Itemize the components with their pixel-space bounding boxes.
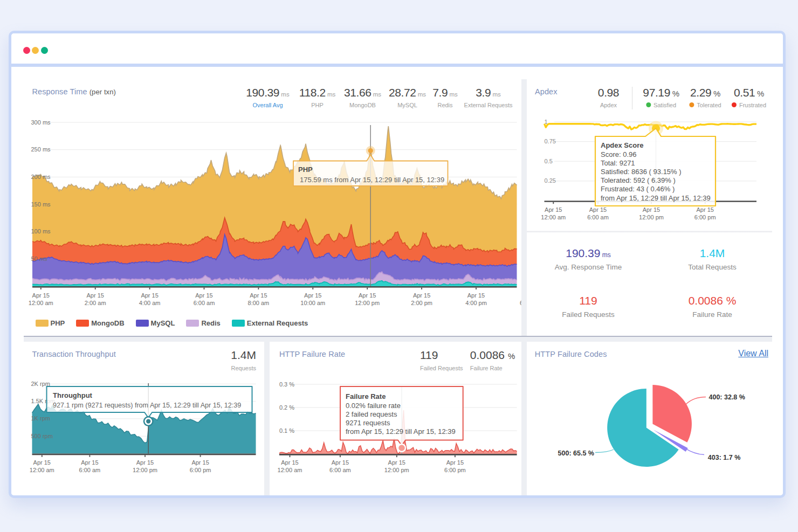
svg-text:Apr 15: Apr 15 — [33, 459, 50, 466]
svg-text:4:00 am: 4:00 am — [139, 300, 160, 306]
svg-text:Apr 15: Apr 15 — [250, 292, 267, 299]
svg-text:0.3 %: 0.3 % — [279, 381, 294, 388]
svg-text:6:00 pm: 6:00 pm — [189, 467, 211, 473]
svg-text:200 ms: 200 ms — [31, 174, 51, 180]
svg-text:500: 65.5 %: 500: 65.5 % — [558, 450, 594, 457]
svg-text:Score: 0.96: Score: 0.96 — [601, 150, 637, 158]
svg-text:6:00 am: 6:00 am — [329, 467, 351, 473]
svg-text:250 ms: 250 ms — [31, 146, 51, 153]
svg-text:Apr 15: Apr 15 — [195, 292, 212, 299]
svg-text:6:00 pm: 6:00 pm — [444, 467, 466, 473]
svg-text:12:00 am: 12:00 am — [541, 214, 566, 220]
svg-text:6:00 am: 6:00 am — [587, 214, 609, 220]
svg-text:Apr 15: Apr 15 — [332, 459, 349, 466]
svg-text:Apr 15: Apr 15 — [446, 459, 464, 466]
svg-text:Apr 15: Apr 15 — [32, 292, 49, 299]
svg-text:12:00 am: 12:00 am — [278, 467, 302, 473]
svg-text:Apr 15: Apr 15 — [86, 292, 104, 299]
svg-text:12:00 pm: 12:00 pm — [639, 214, 664, 220]
svg-text:from Apr 15, 12:29 till Apr 15: from Apr 15, 12:29 till Apr 15, 12:39 — [601, 194, 711, 202]
svg-text:Apr 15: Apr 15 — [81, 459, 98, 466]
svg-text:Apr 15: Apr 15 — [412, 292, 430, 299]
svg-text:Apr 15: Apr 15 — [545, 206, 562, 213]
svg-text:100 ms: 100 ms — [31, 228, 51, 234]
svg-text:0.2 %: 0.2 % — [279, 404, 294, 411]
svg-text:0.25: 0.25 — [545, 177, 556, 184]
svg-text:12:00 am: 12:00 am — [29, 467, 54, 473]
svg-text:2:00 am: 2:00 am — [84, 300, 106, 306]
svg-text:0.1 %: 0.1 % — [279, 427, 294, 434]
svg-text:1K rpm: 1K rpm — [31, 415, 50, 422]
svg-text:0.5: 0.5 — [545, 158, 553, 164]
svg-text:4:00 pm: 4:00 pm — [465, 300, 487, 306]
svg-text:6:00 am: 6:00 am — [79, 467, 100, 473]
svg-text:Failure Rate: Failure Rate — [346, 392, 386, 400]
svg-text:Total: 9271: Total: 9271 — [601, 159, 635, 167]
svg-text:175.59 ms from Apr 15, 12:29 t: 175.59 ms from Apr 15, 12:29 till Apr 15… — [300, 176, 444, 184]
svg-text:8:00 am: 8:00 am — [247, 300, 269, 306]
svg-text:6:00 am: 6:00 am — [193, 300, 215, 306]
svg-text:400: 32.8 %: 400: 32.8 % — [709, 393, 745, 401]
svg-text:12:00 pm: 12:00 pm — [355, 300, 380, 306]
svg-text:Throughput: Throughput — [53, 391, 93, 399]
svg-text:Apr 15: Apr 15 — [696, 206, 713, 213]
svg-text:PHP: PHP — [298, 165, 313, 174]
svg-text:50 ms: 50 ms — [31, 255, 47, 262]
svg-text:Frustrated: 43 ( 0.46% ): Frustrated: 43 ( 0.46% ) — [601, 185, 675, 193]
svg-text:300 ms: 300 ms — [31, 119, 51, 126]
svg-text:150 ms: 150 ms — [31, 201, 51, 208]
svg-text:6:00 pm: 6:00 pm — [520, 300, 521, 306]
svg-text:0.75: 0.75 — [545, 138, 556, 144]
svg-text:Satisfied: 8636 ( 93.15% ): Satisfied: 8636 ( 93.15% ) — [601, 168, 682, 176]
svg-text:Apr 15: Apr 15 — [281, 459, 298, 466]
svg-text:2:00 pm: 2:00 pm — [411, 300, 432, 306]
svg-text:927.1 rpm (9271 requests) from: 927.1 rpm (9271 requests) from Apr 15, 1… — [53, 402, 241, 409]
svg-text:Apr 15: Apr 15 — [136, 459, 153, 466]
svg-text:10:00 am: 10:00 am — [300, 300, 325, 306]
svg-text:0.02% failure rate: 0.02% failure rate — [346, 402, 401, 410]
svg-text:6:00 pm: 6:00 pm — [694, 214, 716, 220]
svg-text:2 failed requests: 2 failed requests — [346, 410, 397, 418]
svg-text:12:00 pm: 12:00 pm — [384, 467, 409, 473]
svg-text:Apr 15: Apr 15 — [589, 206, 607, 213]
svg-text:403: 1.7 %: 403: 1.7 % — [708, 454, 740, 461]
svg-text:Apr 15: Apr 15 — [141, 292, 158, 299]
svg-text:12:00 pm: 12:00 pm — [133, 467, 157, 473]
svg-text:Apr 15: Apr 15 — [643, 206, 660, 213]
svg-text:Apr 15: Apr 15 — [388, 459, 405, 466]
svg-text:Apdex Score: Apdex Score — [601, 141, 643, 149]
svg-text:12:00 am: 12:00 am — [28, 300, 53, 306]
svg-text:Apr 15: Apr 15 — [358, 292, 375, 299]
svg-text:from Apr 15, 12:29 till Apr 15: from Apr 15, 12:29 till Apr 15, 12:39 — [346, 427, 456, 436]
svg-text:500 rpm: 500 rpm — [31, 433, 52, 439]
svg-text:Apr 15: Apr 15 — [304, 292, 321, 299]
svg-text:Apr 15: Apr 15 — [191, 459, 209, 466]
svg-text:9271 requests: 9271 requests — [346, 419, 390, 427]
svg-text:Tolerated: 592 ( 6.39% ): Tolerated: 592 ( 6.39% ) — [601, 176, 676, 184]
svg-text:Apr 15: Apr 15 — [467, 292, 484, 299]
